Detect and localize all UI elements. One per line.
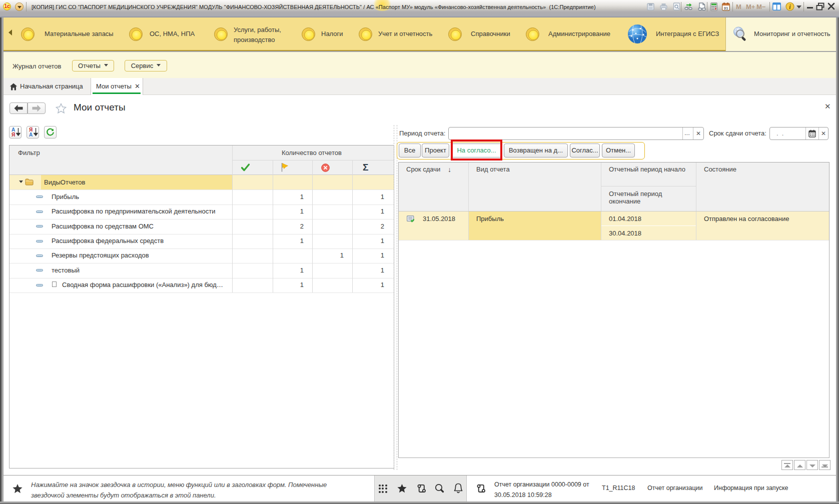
svg-text:31: 31 xyxy=(724,6,728,10)
